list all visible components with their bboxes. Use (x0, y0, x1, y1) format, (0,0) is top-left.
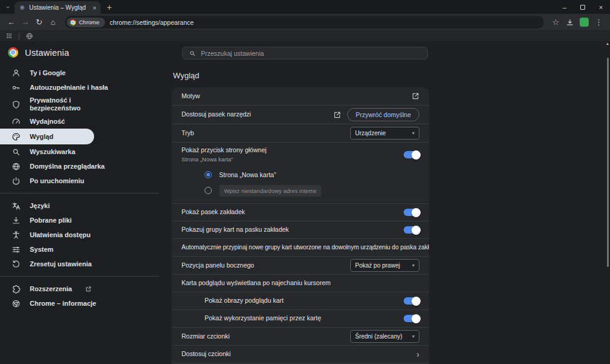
sidebar-item-default-browser[interactable]: Domyślna przeglądarka (0, 159, 159, 174)
hover-images-toggle[interactable] (404, 297, 419, 305)
chrome-settings-logo-icon (8, 47, 18, 58)
restore-defaults-button[interactable]: Przywróć domyślne (347, 108, 419, 121)
row-hover-cards-header: Karta podglądu wyświetlana po najechaniu… (172, 274, 429, 292)
row-bookmarks-bar: Pokaż pasek zakładek (172, 203, 429, 221)
open-in-new-icon (412, 92, 419, 100)
sidebar-item-reset[interactable]: Zresetuj ustawienia (0, 257, 159, 271)
shield-icon (12, 100, 21, 109)
profile-avatar[interactable] (580, 18, 589, 27)
maximize-icon[interactable] (574, 0, 592, 14)
forward-icon[interactable]: → (19, 16, 32, 29)
sidebar-item-performance[interactable]: Wydajność (0, 114, 159, 129)
tab-title: Ustawienia – Wygląd (29, 4, 89, 11)
sidebar-item-privacy[interactable]: Prywatność i bezpieczeństwo (0, 95, 159, 114)
chevron-right-icon: › (416, 349, 419, 359)
scrollbar-thumb[interactable] (607, 58, 609, 267)
row-auto-pin: Automatycznie przypinaj nowe grupy kart … (172, 238, 429, 256)
sidebar-item-extensions[interactable]: Rozszerzenia (0, 281, 159, 296)
bookmark-globe-icon[interactable] (25, 32, 33, 40)
radio-selected-icon[interactable] (205, 171, 212, 178)
magnifier-icon (12, 147, 21, 157)
tune-icon (12, 245, 21, 254)
downloads-icon[interactable] (563, 16, 576, 29)
window-controls: – × (555, 0, 610, 14)
apps-grid-icon[interactable] (5, 32, 13, 39)
new-tab-button[interactable]: + (107, 2, 112, 12)
radio-new-tab-page[interactable]: Strona „Nowa karta” (181, 167, 419, 183)
bookmarks-separator (19, 33, 19, 39)
back-icon[interactable]: ← (5, 16, 18, 29)
key-icon (12, 83, 21, 92)
browser-tab[interactable]: Ustawienia – Wygląd × (15, 1, 101, 14)
sidebar-item-autofill[interactable]: Autouzupełnianie i hasła (0, 80, 159, 95)
row-customize-toolbar[interactable]: Dostosuj pasek narzędzi Przywróć domyśln… (172, 105, 429, 124)
row-side-panel: Pozycja panelu bocznego Pokaż po prawej … (172, 256, 429, 274)
sidebar-item-system[interactable]: System (0, 242, 159, 257)
globe-icon (12, 162, 21, 171)
tab-groups-toggle[interactable] (404, 226, 419, 234)
row-theme[interactable]: Motyw (172, 87, 429, 105)
url-text: chrome://settings/appearance (110, 19, 194, 26)
dropdown-caret-icon: ▾ (412, 334, 415, 339)
settings-search[interactable] (182, 47, 428, 59)
row-font-size: Rozmiar czcionki Średni (zalecany) ▾ (172, 327, 429, 345)
row-home-button: Pokaż przycisk strony głównej Strona „No… (172, 142, 429, 203)
sidebar-divider (0, 276, 159, 277)
sidebar-item-languages[interactable]: Języki (0, 198, 159, 213)
accessibility-icon (12, 231, 21, 240)
bookmarks-bar-toggle[interactable] (404, 209, 419, 216)
custom-url-input[interactable] (219, 185, 321, 197)
row-tab-groups: Pokazuj grupy kart na pasku zakładek (172, 221, 429, 238)
address-bar[interactable]: Chrome chrome://settings/appearance (65, 16, 544, 29)
home-button-toggle[interactable] (404, 151, 419, 158)
appearance-card: Motyw Dostosuj pasek narzędzi Przywróć d… (172, 87, 429, 364)
speedometer-icon (12, 117, 21, 126)
sidebar-item-accessibility[interactable]: Ułatwienia dostępu (0, 228, 159, 242)
sidebar-item-on-startup[interactable]: Po uruchomieniu (0, 174, 159, 188)
sidebar-item-appearance[interactable]: Wygląd (0, 129, 94, 144)
sidebar-item-search-engine[interactable]: Wyszukiwarka (0, 144, 159, 159)
sidebar-divider (0, 193, 159, 194)
settings-gear-favicon (19, 4, 25, 11)
person-icon (12, 69, 21, 78)
tab-close-icon[interactable]: × (93, 4, 97, 12)
bookmark-star-icon[interactable]: ☆ (549, 16, 562, 29)
search-input[interactable] (201, 50, 421, 57)
puzzle-icon (12, 285, 21, 294)
menu-icon[interactable]: ⋮ (592, 16, 605, 29)
tab-list-chevron-icon[interactable] (2, 1, 13, 13)
download-icon (12, 216, 21, 225)
translate-icon (12, 201, 21, 211)
appearance-settings-section: Wygląd Motyw Dostosuj pasek narzędzi Prz… (172, 67, 429, 364)
sidebar-item-ty-i-google[interactable]: Ty i Google (0, 66, 159, 80)
row-mode: Tryb Urządzenie ▾ (172, 124, 429, 142)
tab-strip: Ustawienia – Wygląd × + – × (0, 0, 610, 14)
sidebar-item-downloads[interactable]: Pobrane pliki (0, 213, 159, 228)
reload-icon[interactable]: ↻ (33, 16, 46, 29)
scrollbar-up-icon[interactable]: ▲ (606, 42, 609, 46)
row-hover-memory: Pokaż wykorzystanie pamięci przez kartę (172, 309, 429, 327)
reset-arrow-icon (12, 260, 21, 269)
sidebar-item-about-chrome[interactable]: Chrome – informacje (0, 296, 159, 311)
search-icon (189, 50, 196, 57)
font-size-dropdown[interactable]: Średni (zalecany) ▾ (350, 330, 419, 343)
settings-brand: Ustawienia (8, 47, 69, 58)
mode-dropdown[interactable]: Urządzenie ▾ (350, 127, 419, 140)
radio-unselected-icon[interactable] (205, 187, 212, 194)
browser-toolbar: ← → ↻ ⌂ Chrome chrome://settings/appeara… (0, 14, 610, 30)
home-icon[interactable]: ⌂ (47, 16, 59, 29)
bookmarks-bar (0, 30, 610, 41)
site-chip-label: Chrome (79, 19, 100, 25)
open-in-new-icon (333, 111, 341, 119)
radio-custom-url[interactable] (181, 183, 419, 198)
dropdown-caret-icon: ▾ (412, 263, 415, 268)
row-customize-fonts[interactable]: Dostosuj czcionki › (172, 345, 429, 363)
power-icon (12, 177, 21, 186)
site-info-chip[interactable]: Chrome (67, 18, 105, 27)
hover-memory-toggle[interactable] (404, 315, 419, 322)
minimize-icon[interactable]: – (555, 0, 574, 14)
close-icon[interactable]: × (592, 0, 610, 14)
side-panel-dropdown[interactable]: Pokaż po prawej ▾ (350, 259, 419, 272)
open-in-new-icon (85, 286, 92, 292)
dropdown-caret-icon: ▾ (412, 130, 415, 136)
